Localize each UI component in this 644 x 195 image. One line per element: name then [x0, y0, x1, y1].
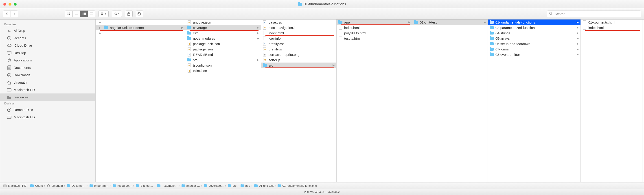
folder-item[interactable]: app▶ — [336, 19, 412, 25]
disclosure-triangle-icon[interactable]: ▶ — [98, 31, 102, 35]
file-item[interactable]: index.html — [581, 25, 642, 30]
close-window-button[interactable] — [3, 3, 6, 5]
column[interactable]: 01-unit-test▶ — [412, 19, 488, 182]
folder-item[interactable]: 04-strings▶ — [488, 30, 580, 36]
sidebar-item-macintosh-hd[interactable]: Macintosh HD — [0, 113, 95, 121]
sidebar-item-desktop[interactable]: Desktop — [0, 49, 95, 56]
folder-item[interactable]: node_modules▶ — [185, 36, 261, 41]
file-item[interactable]: #prettify.css — [261, 41, 336, 46]
folder-item[interactable]: src▶ — [261, 62, 336, 68]
folder-item[interactable]: 02-parameterized-functions▶ — [488, 25, 580, 30]
sidebar-item-remote-disc[interactable]: Remote Disc — [0, 106, 95, 113]
path-crumb-label: 8-angul… — [140, 184, 153, 187]
file-item[interactable]: index.html — [261, 30, 336, 36]
sidebar-item-resources[interactable]: resources — [0, 93, 95, 101]
folder-item[interactable]: 06-setup-and-teardown▶ — [488, 41, 580, 46]
gallery-view-button[interactable] — [88, 10, 95, 17]
path-crumb[interactable]: 01-fundamentals-functions — [277, 184, 317, 188]
path-crumb-label: Users — [35, 184, 43, 187]
columns-view[interactable]: ▶▶angular-unit-test-demo▶▶{}angular.json… — [96, 19, 644, 182]
folder-item[interactable]: 01-fundamentals-functions▶ — [488, 19, 580, 25]
path-bar[interactable]: Macintosh HD›Users›dinanath›Docume…›impo… — [0, 182, 644, 189]
group-by-button[interactable]: ▾ — [98, 10, 108, 17]
folder-item[interactable]: e2e▶ — [185, 30, 261, 36]
column-view-button[interactable] — [80, 10, 88, 17]
folder-item[interactable]: src▶ — [185, 57, 261, 62]
sidebar[interactable]: FavoritesAirDropRecentsiCloud DriveDeskt… — [0, 19, 96, 182]
file-item[interactable]: #base.css — [261, 19, 336, 25]
column[interactable]: app▶index.htmlpolyfills.ts.htmltest.ts.h… — [336, 19, 412, 182]
path-crumb[interactable]: resource… — [112, 184, 132, 188]
zoom-window-button[interactable] — [14, 3, 16, 5]
path-crumb[interactable]: Users — [30, 184, 43, 188]
chevron-right-icon: › — [28, 184, 29, 187]
disclosure-triangle-icon[interactable]: ▶ — [98, 21, 102, 24]
file-item[interactable]: {}package-lock.json — [185, 41, 261, 46]
path-crumb[interactable]: src — [227, 184, 236, 188]
folder-icon — [254, 184, 258, 188]
path-crumb[interactable]: Macintosh HD — [3, 184, 26, 188]
file-item[interactable]: lcov.info — [261, 36, 336, 41]
action-menu-button[interactable]: ▾ — [112, 10, 122, 17]
file-item[interactable]: {}angular.json — [185, 19, 261, 25]
file-item[interactable]: {}package.json — [185, 46, 261, 52]
expand-row[interactable]: ▶ — [96, 30, 185, 36]
share-button[interactable] — [125, 10, 132, 17]
path-crumb[interactable]: coverage… — [204, 184, 224, 188]
disclosure-triangle-icon[interactable]: ▶ — [98, 26, 102, 29]
expand-row[interactable]: ▶ — [96, 19, 185, 25]
file-item[interactable]: polyfills.ts.html — [336, 30, 412, 36]
file-icon: ▦ — [263, 52, 267, 56]
forward-button[interactable] — [10, 10, 18, 17]
sidebar-item-recents[interactable]: Recents — [0, 34, 95, 42]
folder-item[interactable]: coverage▶ — [185, 25, 261, 30]
sidebar-item-macintosh-hd[interactable]: Macintosh HD — [0, 86, 95, 93]
folder-item[interactable]: 07-forms▶ — [488, 46, 580, 52]
file-item[interactable]: test.ts.html — [336, 36, 412, 41]
path-crumb[interactable]: importan… — [89, 184, 108, 188]
path-crumb[interactable]: angular-… — [181, 184, 200, 188]
sidebar-item-documents[interactable]: Documents — [0, 64, 95, 71]
sidebar-item-label: Macintosh HD — [14, 88, 35, 92]
file-item[interactable]: ▦sort-arro…sprite.png — [261, 52, 336, 57]
file-item[interactable]: JSsorter.js — [261, 57, 336, 62]
search-input[interactable] — [547, 10, 641, 17]
folder-icon — [490, 25, 494, 29]
column[interactable]: {}angular.jsoncoverage▶e2e▶node_modules▶… — [185, 19, 261, 182]
sidebar-item-airdrop[interactable]: AirDrop — [0, 27, 95, 34]
file-icon — [582, 25, 586, 29]
file-item[interactable]: {}tslint.json — [185, 68, 261, 73]
path-crumb[interactable]: 01-unit-test — [254, 184, 274, 188]
path-crumb[interactable]: _example… — [157, 184, 178, 188]
minimize-window-button[interactable] — [8, 3, 12, 5]
column[interactable]: ▶▶angular-unit-test-demo▶▶ — [96, 19, 185, 182]
file-item[interactable]: 01-counter.ts.html — [581, 19, 642, 25]
window-titlebar: 01-fundamentals-functions — [0, 0, 644, 8]
column[interactable]: 01-fundamentals-functions▶02-parameteriz… — [488, 19, 581, 182]
path-crumb[interactable]: Docume… — [67, 184, 86, 188]
file-item[interactable]: index.html — [336, 25, 412, 30]
column[interactable]: #base.cssJSblock-navigation.jsindex.html… — [261, 19, 336, 182]
icon-view-button[interactable] — [65, 10, 72, 17]
folder-item[interactable]: 01-unit-test▶ — [412, 19, 488, 25]
folder-item[interactable]: 08-event-emitter▶ — [488, 52, 580, 57]
sidebar-item-icloud-drive[interactable]: iCloud Drive — [0, 42, 95, 49]
file-item[interactable]: JSblock-navigation.js — [261, 25, 336, 30]
file-item[interactable]: JSprettify.js — [261, 46, 336, 52]
folder-item[interactable]: 05-arrays▶ — [488, 36, 580, 41]
back-button[interactable] — [3, 10, 10, 17]
item-label: 04-strings — [496, 31, 510, 35]
folder-item[interactable]: ▶angular-unit-test-demo▶ — [96, 25, 185, 30]
path-crumb[interactable]: app — [240, 184, 250, 188]
sidebar-item-downloads[interactable]: Downloads — [0, 71, 95, 79]
hdd-icon — [7, 88, 12, 92]
sidebar-item-applications[interactable]: Applications — [0, 56, 95, 64]
file-item[interactable]: {}tsconfig.json — [185, 62, 261, 68]
tags-button[interactable] — [136, 10, 144, 17]
path-crumb[interactable]: dinanath — [46, 184, 63, 188]
sidebar-item-dinanath[interactable]: dinanath — [0, 79, 95, 86]
list-view-button[interactable] — [72, 10, 80, 17]
path-crumb[interactable]: 8-angul… — [135, 184, 153, 188]
file-item[interactable]: ⬇README.md — [185, 52, 261, 57]
column[interactable]: 01-counter.ts.htmlindex.html — [581, 19, 642, 182]
